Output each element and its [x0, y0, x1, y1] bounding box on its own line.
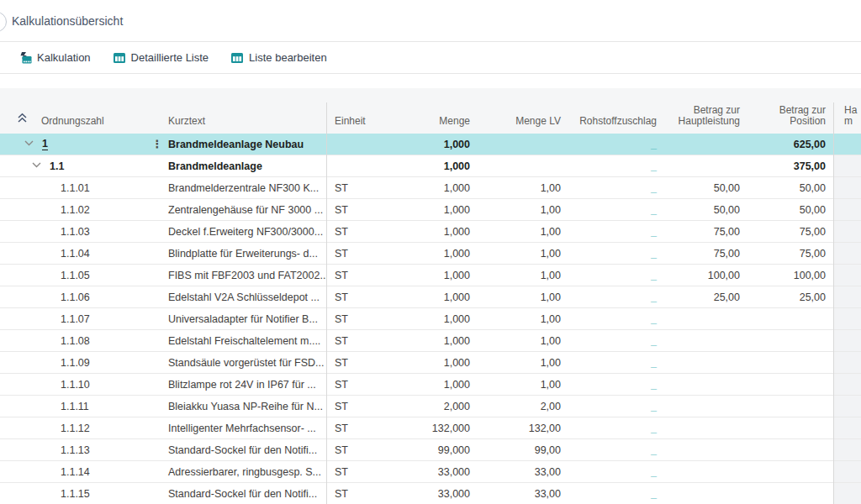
betrag-position-cell[interactable]: 75,00 [747, 243, 833, 264]
column-header-betrag-hauptleistung[interactable]: Betrag zur Hauptleistung [664, 105, 747, 134]
menge-cell[interactable]: 2,000 [427, 396, 478, 417]
betrag-position-cell[interactable]: 625,00 [747, 134, 833, 155]
rohstoffzuschlag-cell-value[interactable]: _ [651, 466, 657, 478]
betrag-hauptleistung-cell[interactable] [664, 483, 747, 504]
betrag-hauptleistung-cell[interactable]: 100,00 [664, 265, 747, 286]
table-row[interactable]: 1Brandmeldeanlage Neubau1,000_625,00 [0, 134, 861, 155]
rohstoffzuschlag-cell-value[interactable]: _ [651, 488, 657, 500]
menge-cell[interactable]: 1,000 [427, 308, 478, 329]
rohstoffzuschlag-cell[interactable]: _ [568, 243, 664, 264]
rohstoffzuschlag-cell[interactable]: _ [568, 265, 664, 286]
betrag-hauptleistung-cell[interactable] [664, 461, 747, 482]
menge-lv-cell[interactable]: 1,00 [478, 243, 568, 264]
table-row[interactable]: 1.1.02Zentralengehäuse für NF 3000 ...ST… [0, 199, 861, 221]
betrag-hauptleistung-cell[interactable]: 50,00 [664, 199, 747, 220]
table-row[interactable]: 1.1.12Intelligenter Mehrfachsensor- ...S… [0, 417, 861, 439]
menge-lv-cell[interactable]: 2,00 [478, 396, 568, 417]
column-header-einheit[interactable]: Einheit [326, 116, 427, 134]
kurztext-cell[interactable]: Universaladapter für Notifier B... [166, 308, 326, 329]
betrag-hauptleistung-cell[interactable] [664, 439, 747, 460]
column-header-menge[interactable]: Menge [427, 116, 478, 134]
ordnungszahl-cell[interactable]: 1.1.05 [15, 265, 147, 286]
rohstoffzuschlag-cell-value[interactable]: _ [651, 291, 657, 303]
table-row[interactable]: 1.1.03Deckel f.Erweiterg NF300/3000...ST… [0, 221, 861, 243]
rohstoffzuschlag-cell[interactable]: _ [568, 155, 664, 176]
betrag-position-cell[interactable]: 50,00 [747, 199, 833, 220]
betrag-hauptleistung-cell[interactable]: 50,00 [664, 177, 747, 198]
ordnungszahl-cell[interactable]: 1.1.03 [15, 221, 147, 242]
ordnungszahl-cell[interactable]: 1.1 [15, 155, 147, 176]
menge-lv-cell[interactable]: 1,00 [478, 308, 568, 329]
betrag-position-cell[interactable]: 50,00 [747, 177, 833, 198]
menge-cell[interactable]: 1,000 [427, 177, 478, 198]
einheit-cell[interactable]: ST [326, 243, 427, 264]
rohstoffzuschlag-cell[interactable]: _ [568, 330, 664, 351]
einheit-cell[interactable]: ST [326, 461, 427, 482]
rohstoffzuschlag-cell-value[interactable]: _ [651, 226, 657, 238]
ordnungszahl-cell[interactable]: 1.1.08 [15, 330, 147, 351]
kurztext-cell[interactable]: Intelligenter Mehrfachsensor- ... [166, 417, 326, 438]
ordnungszahl-cell[interactable]: 1.1.13 [15, 439, 147, 460]
kurztext-cell[interactable]: Adressierbarer, ringbusgesp. S... [166, 461, 326, 482]
rohstoffzuschlag-cell-value[interactable]: _ [651, 139, 657, 150]
betrag-hauptleistung-cell[interactable] [664, 330, 747, 351]
betrag-position-cell[interactable]: 375,00 [747, 155, 833, 176]
table-row[interactable]: 1.1Brandmeldeanlage1,000_375,00 [0, 155, 861, 177]
table-row[interactable]: 1.1.01Brandmelderzentrale NF300 K...ST1,… [0, 177, 861, 199]
menge-lv-cell[interactable]: 99,00 [478, 439, 568, 460]
rohstoffzuschlag-cell-value[interactable]: _ [651, 204, 657, 216]
rohstoffzuschlag-cell-value[interactable]: _ [651, 182, 657, 194]
menge-cell[interactable]: 1,000 [427, 243, 478, 264]
kurztext-cell[interactable]: Blitzlampe rot 24V in IP67 für ... [166, 374, 326, 395]
einheit-cell[interactable] [326, 134, 427, 155]
rohstoffzuschlag-cell[interactable]: _ [568, 439, 664, 460]
ordnungszahl-cell[interactable]: 1.1.11 [15, 396, 147, 417]
ordnungszahl-cell[interactable]: 1.1.07 [15, 308, 147, 329]
rohstoffzuschlag-cell[interactable]: _ [568, 177, 664, 198]
expand-chevron-icon[interactable] [31, 160, 42, 173]
table-row[interactable]: 1.1.05FIBS mit FBF2003 und FAT2002...ST1… [0, 265, 861, 286]
menge-lv-cell[interactable] [478, 155, 568, 176]
table-row[interactable]: 1.1.15Standard-Sockel für den Notifi...S… [0, 483, 861, 504]
betrag-position-cell[interactable] [747, 417, 833, 438]
rohstoffzuschlag-cell[interactable]: _ [568, 374, 664, 395]
ordnungszahl-cell[interactable]: 1 [15, 134, 147, 155]
kurztext-cell[interactable]: Blindplatte für Erweiterungs- d... [166, 243, 326, 264]
ordnungszahl-cell[interactable]: 1.1.06 [15, 286, 147, 307]
rohstoffzuschlag-cell[interactable]: _ [568, 221, 664, 242]
betrag-hauptleistung-cell[interactable] [664, 352, 747, 373]
rohstoffzuschlag-cell-value[interactable]: _ [651, 248, 657, 260]
einheit-cell[interactable]: ST [326, 308, 427, 329]
kurztext-cell[interactable]: Zentralengehäuse für NF 3000 ... [166, 199, 326, 220]
betrag-position-cell[interactable]: 25,00 [747, 286, 833, 307]
menge-lv-cell[interactable]: 33,00 [478, 461, 568, 482]
column-header-betrag-position[interactable]: Betrag zur Position [747, 105, 833, 134]
betrag-position-cell[interactable] [747, 396, 833, 417]
betrag-position-cell[interactable] [747, 439, 833, 460]
einheit-cell[interactable]: ST [326, 439, 427, 460]
menge-cell[interactable]: 1,000 [427, 265, 478, 286]
betrag-position-cell[interactable] [747, 483, 833, 504]
expand-chevron-icon[interactable] [24, 138, 34, 151]
betrag-hauptleistung-cell[interactable] [664, 155, 747, 176]
table-row[interactable]: 1.1.09Standsäule vorgerüstet für FSD...S… [0, 352, 861, 374]
rohstoffzuschlag-cell-value[interactable]: _ [651, 379, 657, 391]
einheit-cell[interactable]: ST [326, 286, 427, 307]
einheit-cell[interactable]: ST [326, 374, 427, 395]
rohstoffzuschlag-cell-value[interactable]: _ [651, 335, 657, 347]
betrag-position-cell[interactable] [747, 352, 833, 373]
ordnungszahl-cell[interactable]: 1.1.15 [15, 483, 147, 504]
table-row[interactable]: 1.1.10Blitzlampe rot 24V in IP67 für ...… [0, 374, 861, 396]
einheit-cell[interactable] [326, 155, 427, 176]
rohstoffzuschlag-cell[interactable]: _ [568, 417, 664, 438]
table-row[interactable]: 1.1.11Bleiakku Yuasa NP-Reihe für N...ST… [0, 396, 861, 417]
einheit-cell[interactable]: ST [326, 352, 427, 373]
menge-cell[interactable]: 132,000 [427, 417, 478, 438]
rohstoffzuschlag-cell-value[interactable]: _ [651, 160, 657, 172]
betrag-hauptleistung-cell[interactable] [664, 396, 747, 417]
rohstoffzuschlag-cell[interactable]: _ [568, 483, 664, 504]
menge-lv-cell[interactable]: 1,00 [478, 177, 568, 198]
column-header-kurztext[interactable]: Kurztext [166, 116, 326, 134]
menge-lv-cell[interactable]: 1,00 [478, 265, 568, 286]
table-row[interactable]: 1.1.13Standard-Sockel für den Notifi...S… [0, 439, 861, 461]
